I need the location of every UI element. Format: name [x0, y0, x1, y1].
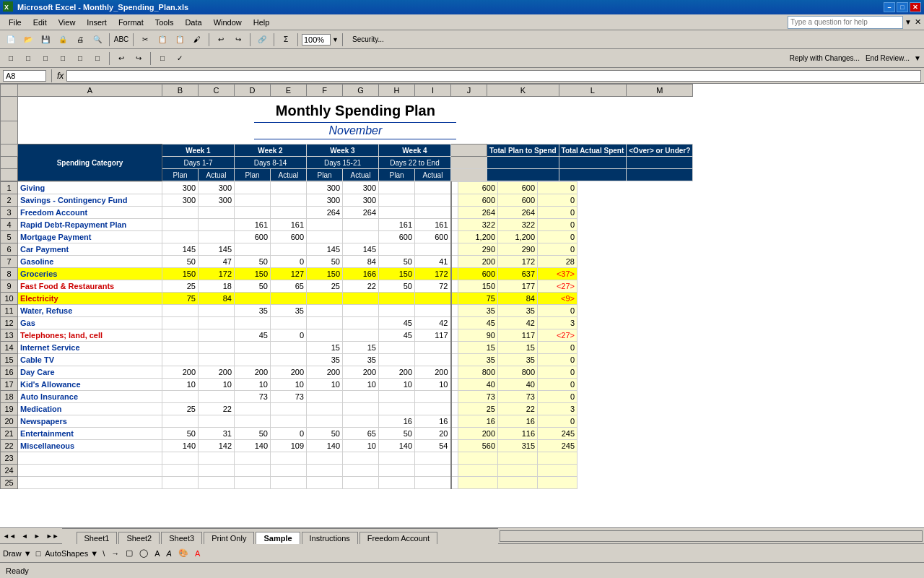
cell[interactable]: 245 [538, 428, 578, 440]
cell[interactable]: <9> [538, 293, 578, 305]
cell[interactable] [162, 231, 199, 243]
cell[interactable]: 600 [458, 268, 498, 280]
cell[interactable] [343, 305, 379, 317]
cat-cell-2[interactable]: Savings - Contingency Fund [18, 194, 162, 207]
cell[interactable]: 90 [458, 329, 498, 342]
tb2-btn2[interactable]: □ [20, 51, 36, 66]
cat-cell-6[interactable]: Car Payment [18, 243, 162, 256]
cell[interactable] [162, 391, 199, 403]
cell[interactable]: 15 [498, 342, 538, 354]
cell[interactable] [162, 305, 199, 317]
cell[interactable] [415, 207, 451, 219]
col-m[interactable]: M [627, 85, 693, 97]
tb2-btn6[interactable]: □ [90, 51, 105, 66]
menu-item-insert[interactable]: Insert [81, 17, 113, 28]
new-button[interactable]: 📄 [3, 32, 19, 48]
col-c[interactable]: C [199, 85, 235, 97]
cell[interactable]: 0 [271, 329, 307, 342]
cell[interactable]: 73 [458, 391, 498, 403]
cell[interactable]: 0 [271, 428, 307, 440]
cat-cell-12[interactable]: Gas [18, 317, 162, 329]
cell[interactable] [415, 465, 451, 477]
cell[interactable]: 200 [307, 366, 343, 379]
cell[interactable]: 0 [538, 305, 578, 317]
cell[interactable] [343, 293, 379, 305]
cell[interactable] [271, 403, 307, 415]
cell[interactable]: 600 [498, 182, 538, 194]
cell[interactable]: 10 [343, 440, 379, 452]
cell[interactable]: 16 [415, 415, 451, 428]
cell[interactable]: 117 [415, 329, 451, 342]
spell-button[interactable]: ABC [113, 32, 129, 48]
col-l[interactable]: L [559, 85, 627, 97]
cell[interactable] [271, 415, 307, 428]
cell[interactable] [379, 391, 415, 403]
cell[interactable]: 245 [538, 440, 578, 452]
cell[interactable] [343, 317, 379, 329]
cell[interactable]: 75 [162, 293, 199, 305]
cell[interactable]: 84 [199, 293, 235, 305]
cell[interactable]: 0 [538, 231, 578, 243]
cell[interactable]: 10 [415, 379, 451, 391]
tb2-btn3[interactable]: □ [38, 51, 53, 66]
cell[interactable] [307, 391, 343, 403]
cell[interactable] [498, 477, 538, 489]
cell[interactable] [415, 342, 451, 354]
cell[interactable]: 35 [307, 354, 343, 366]
cell[interactable]: 109 [271, 440, 307, 452]
cell[interactable]: 35 [498, 354, 538, 366]
cell[interactable] [307, 317, 343, 329]
cell[interactable] [235, 194, 271, 207]
cell[interactable]: 47 [199, 256, 235, 268]
cell[interactable]: 600 [458, 182, 498, 194]
sheet-tab-instructions[interactable]: Instructions [302, 532, 358, 544]
fill-color-tool[interactable]: 🎨 [176, 548, 191, 558]
cell[interactable]: 145 [199, 243, 235, 256]
cell[interactable] [343, 391, 379, 403]
cell[interactable] [538, 477, 578, 489]
cell[interactable] [271, 354, 307, 366]
cell[interactable] [343, 415, 379, 428]
tab-scroll-fwd[interactable]: ► [31, 532, 43, 540]
cell[interactable]: 25 [458, 403, 498, 415]
cell[interactable]: 25 [307, 280, 343, 293]
cell[interactable] [199, 219, 235, 231]
cell[interactable]: 41 [415, 256, 451, 268]
cell[interactable]: 600 [379, 231, 415, 243]
cell[interactable] [379, 207, 415, 219]
cell[interactable]: 200 [162, 366, 199, 379]
cell[interactable]: 300 [307, 194, 343, 207]
cell[interactable] [307, 329, 343, 342]
cell[interactable]: 50 [162, 256, 199, 268]
cell[interactable]: 40 [458, 379, 498, 391]
cell[interactable] [307, 403, 343, 415]
tb2-btn1[interactable]: □ [3, 51, 19, 66]
cell[interactable] [162, 452, 199, 465]
cell[interactable] [307, 219, 343, 231]
cell[interactable]: 0 [538, 354, 578, 366]
cell[interactable]: 116 [498, 428, 538, 440]
minimize-button[interactable]: – [884, 2, 895, 12]
zoom-input[interactable] [302, 34, 331, 46]
cell[interactable]: 0 [538, 194, 578, 207]
cell[interactable]: 3 [538, 403, 578, 415]
cell[interactable] [199, 452, 235, 465]
cat-cell-15[interactable]: Cable TV [18, 354, 162, 366]
cat-cell-21[interactable]: Entertainment [18, 428, 162, 440]
cell[interactable] [235, 465, 271, 477]
cell[interactable]: 150 [458, 280, 498, 293]
cell[interactable]: 300 [307, 182, 343, 194]
cell[interactable] [271, 207, 307, 219]
maximize-button[interactable]: □ [897, 2, 908, 12]
cell[interactable]: 637 [498, 268, 538, 280]
cell[interactable]: 50 [235, 256, 271, 268]
cell[interactable]: 10 [379, 379, 415, 391]
hyperlink-button[interactable]: 🔗 [254, 32, 270, 48]
cell[interactable] [162, 342, 199, 354]
cat-cell-19[interactable]: Medication [18, 403, 162, 415]
cell[interactable]: 35 [271, 305, 307, 317]
cell[interactable]: 10 [199, 379, 235, 391]
cell[interactable] [307, 465, 343, 477]
cat-cell-9[interactable]: Fast Food & Restaurants [18, 280, 162, 293]
cell[interactable]: 200 [458, 256, 498, 268]
